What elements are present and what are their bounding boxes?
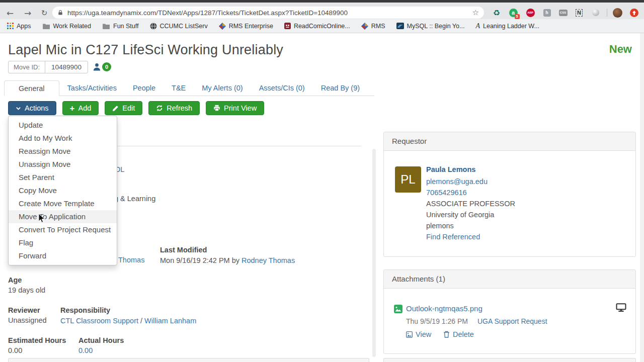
window-scrollbar[interactable]: [640, 33, 644, 362]
menu-item-move-to-application[interactable]: Move To Application: [9, 210, 117, 223]
diamond-icon: [361, 23, 368, 30]
attachment-delete-button[interactable]: Delete: [443, 330, 474, 338]
action-button-row: Actions + Add Edit Refresh: [8, 101, 270, 115]
page-title: Lapel Mic in C127 LifeSci Working Unreli…: [8, 42, 283, 58]
actual-hours-label: Actual Hours: [78, 336, 124, 344]
menu-item-unassign-move[interactable]: Unassign Move: [9, 158, 117, 171]
tab-assets-cis[interactable]: Assets/CIs (0): [251, 80, 313, 96]
view-image-icon: [406, 331, 413, 338]
next-section-header-left: [8, 358, 369, 362]
requestor-username: plemons: [426, 222, 454, 230]
browser-toolbar: ← → ↻ https://uga.teamdynamix.com/TDNext…: [0, 3, 644, 19]
apps-grid-icon: [7, 23, 14, 29]
bookmark-rms-enterprise[interactable]: RMS Enterprise: [219, 23, 273, 30]
tab-my-alerts[interactable]: My Alerts (0): [194, 80, 251, 96]
requestor-card: Requestor PL Paula Lemons plemons@uga.ed…: [383, 132, 636, 257]
edit-button[interactable]: Edit: [105, 101, 142, 115]
reviewer-label: Reviewer: [8, 306, 40, 314]
responsible-count-badge[interactable]: 0: [102, 62, 111, 71]
attachment-source-link[interactable]: UGA Support Request: [477, 317, 547, 325]
abp-extension-icon[interactable]: ABP: [525, 7, 536, 18]
ticket-tabs: General Tasks/Activities People T&E My A…: [4, 80, 374, 96]
requestor-avatar: PL: [395, 166, 421, 193]
profile-avatar[interactable]: [612, 7, 623, 18]
age-value: 19 days old: [8, 286, 45, 294]
url-text: https://uga.teamdynamix.com/TDNext/Apps/…: [67, 9, 472, 17]
recycle-extension-icon[interactable]: ♻: [491, 7, 502, 18]
attachment-date: Thu 9/5/19 1:26 PM: [406, 317, 468, 325]
forward-icon[interactable]: →: [22, 8, 34, 20]
estimated-hours-value: 0.00: [8, 346, 22, 354]
next-section-header-right: [383, 358, 636, 362]
monitor-icon[interactable]: [616, 303, 626, 312]
menu-item-flag[interactable]: Flag: [9, 236, 117, 249]
bookmark-mysql[interactable]: MySQL :: Begin Yo...: [396, 23, 465, 30]
responsibility-value: CTL Classroom Support / William Lanham: [60, 316, 196, 325]
tab-people[interactable]: People: [125, 80, 164, 96]
attachment-view-button[interactable]: View: [406, 330, 431, 338]
requestor-phone-link[interactable]: 7065429616: [426, 189, 467, 197]
menu-item-add-to-my-work[interactable]: Add to My Work: [9, 132, 117, 145]
diamond-icon: [219, 23, 226, 30]
last-modified-user-link[interactable]: Rodney Thomas: [242, 256, 295, 264]
add-button[interactable]: + Add: [62, 101, 99, 115]
status-badge: New: [609, 43, 632, 56]
adguard-extension-icon[interactable]: a 5: [508, 7, 519, 18]
gray-extension-icon[interactable]: h: [541, 7, 552, 18]
requestor-card-header: Requestor: [384, 132, 635, 151]
css-extension-icon[interactable]: CSS: [557, 7, 569, 18]
globe-icon: [150, 23, 157, 30]
bookmarks-bar: Apps Work Related Fun Stuff CCUMC ListSe…: [0, 19, 644, 33]
requestor-email-link[interactable]: plemons@uga.edu: [426, 177, 488, 186]
sphere-extension-icon[interactable]: [590, 7, 601, 18]
bookmark-apps[interactable]: Apps: [7, 23, 31, 30]
address-bar[interactable]: https://uga.teamdynamix.com/TDNext/Apps/…: [52, 7, 484, 19]
onenote-clipper-icon[interactable]: N: [574, 7, 585, 18]
attachments-card: Attachments (1) Outlook-ngtmqas5.png Thu…: [383, 269, 636, 354]
back-icon[interactable]: ←: [4, 8, 16, 20]
menu-item-reassign-move[interactable]: Reassign Move: [9, 145, 117, 158]
lock-icon: [57, 9, 63, 16]
menu-item-create-move-template[interactable]: Create Move Template: [9, 197, 117, 210]
tab-tasks-activities[interactable]: Tasks/Activities: [59, 80, 125, 96]
tab-general[interactable]: General: [4, 80, 59, 96]
screen: ← → ↻ https://uga.teamdynamix.com/TDNext…: [0, 0, 644, 362]
find-referenced-link[interactable]: Find Referenced: [426, 233, 480, 241]
bookmark-readcomiconline[interactable]: ReadComicOnline...: [284, 23, 350, 30]
print-view-button[interactable]: Print View: [206, 101, 264, 115]
bookmark-star-icon[interactable]: ☆: [472, 8, 479, 17]
tab-te[interactable]: T&E: [164, 80, 194, 96]
update-shield-icon[interactable]: [628, 7, 639, 18]
responsibility-user-link[interactable]: William Lanham: [144, 317, 196, 325]
actual-hours-link[interactable]: 0.00: [78, 346, 93, 354]
bookmark-fun-stuff[interactable]: Fun Stuff: [102, 23, 139, 30]
pencil-icon: [112, 105, 119, 112]
person-icon[interactable]: [93, 62, 101, 71]
refresh-button[interactable]: Refresh: [148, 101, 200, 115]
adguard-badge: 5: [515, 14, 520, 19]
menu-item-forward[interactable]: Forward: [9, 249, 117, 262]
requestor-organization: University of Georgia: [426, 211, 494, 219]
created-user-fragment[interactable]: Thomas: [118, 256, 144, 264]
reviewer-value: Unassigned: [8, 316, 47, 324]
attachments-card-header: Attachments (1): [384, 270, 635, 289]
detail-text-fragment: g & Learning: [114, 195, 155, 203]
menu-item-copy-move[interactable]: Copy Move: [9, 184, 117, 197]
bookmark-work-related[interactable]: Work Related: [42, 23, 92, 30]
actions-button[interactable]: Actions: [8, 101, 56, 115]
menu-item-update[interactable]: Update: [9, 119, 117, 132]
tab-read-by[interactable]: Read By (9): [313, 80, 368, 96]
responsibility-group-link[interactable]: CTL Classroom Support: [60, 317, 138, 325]
panel-scrollbar[interactable]: [372, 149, 376, 357]
chevron-down-icon: [16, 106, 21, 111]
move-id-value: 10489900: [45, 61, 88, 73]
trash-icon: [443, 331, 450, 338]
menu-item-convert-to-project-request[interactable]: Convert To Project Request: [9, 223, 117, 236]
bookmark-rms[interactable]: RMS: [361, 23, 385, 30]
requestor-name-link[interactable]: Paula Lemons: [426, 165, 475, 173]
bookmark-leaning-ladder[interactable]: A Leaning Ladder W...: [475, 22, 539, 30]
menu-item-set-parent[interactable]: Set Parent: [9, 171, 117, 184]
bookmark-ccumc-listserv[interactable]: CCUMC ListServ: [150, 23, 208, 30]
attachment-file-link[interactable]: Outlook-ngtmqas5.png: [406, 304, 482, 313]
reload-icon[interactable]: ↻: [38, 8, 50, 20]
